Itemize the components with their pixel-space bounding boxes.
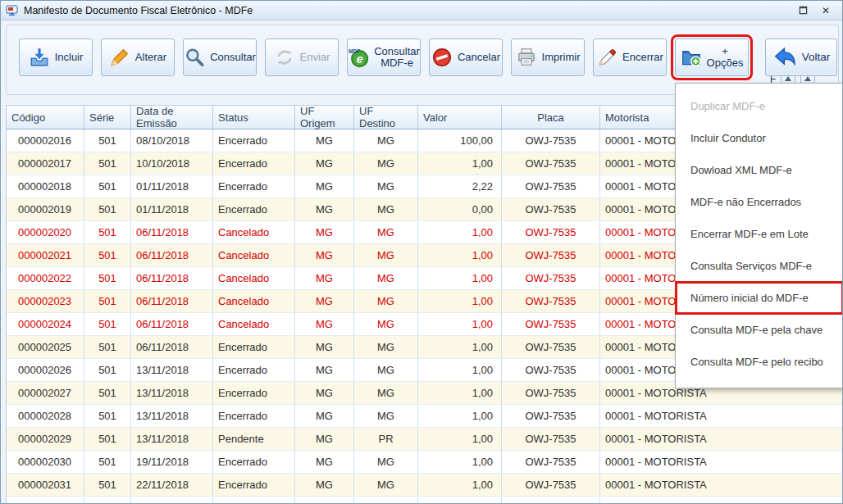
cell-8: OWJ-7535: [502, 244, 600, 266]
column-header-6[interactable]: UF Destino: [354, 106, 418, 129]
options-menu: Duplicar MDF-eIncluir CondutorDowload XM…: [675, 83, 843, 388]
cell-4: Cancelado: [213, 244, 295, 266]
pencil-icon: [109, 47, 130, 68]
incluir-button[interactable]: Incluir: [19, 39, 93, 76]
cell-2: 501: [84, 152, 131, 175]
cell-8: OWJ-7535: [502, 129, 600, 152]
window-title: Manifesto de Documento Fiscal Eletrônico…: [24, 5, 253, 16]
cell-4: Cancelado: [213, 221, 295, 243]
cell-1: 000002029: [7, 428, 84, 450]
menu-item[interactable]: Encerrar MDF-e em Lote: [676, 218, 843, 250]
table-row[interactable]: 00000203050119/11/2018EncerradoMGMG1,00O…: [7, 451, 843, 474]
button-label: Imprimir: [542, 52, 581, 63]
column-header-7[interactable]: Valor: [418, 106, 502, 129]
cell-6: MG: [354, 497, 418, 503]
cell-4: Pendente: [213, 428, 295, 450]
column-header-4[interactable]: Status: [213, 106, 295, 129]
menu-item[interactable]: Consulta MDF-e pelo recibo: [676, 346, 843, 378]
cell-9: 00001 - MOTORISTA: [600, 474, 843, 496]
cell-7: 0,00: [418, 198, 502, 220]
app-window: Manifesto de Documento Fiscal Eletrônico…: [0, 0, 843, 504]
cell-5: MG: [295, 152, 354, 175]
cell-3: 27/11/2018: [131, 497, 213, 503]
cell-3: 13/11/2018: [131, 428, 213, 450]
cell-8: OWJ-7535: [502, 336, 600, 358]
cell-3: 10/10/2018: [131, 152, 213, 175]
menu-item[interactable]: Consulta MDF-e pela chave: [676, 314, 843, 346]
close-icon[interactable]: ✕: [819, 4, 832, 17]
consultar-mdfe-button[interactable]: eMDF Consultar MDF-e: [347, 39, 421, 76]
cell-1: 000002024: [7, 313, 84, 335]
column-header-3[interactable]: Data de Emissão: [131, 106, 213, 129]
cell-8: OWJ-7535: [502, 313, 600, 335]
menu-item[interactable]: Número inicial do MDF-e: [676, 282, 843, 314]
toolbar-buttons: Incluir Alterar Consultar Enviar eMDF Co…: [19, 39, 837, 76]
menu-item[interactable]: Incluir Condutor: [676, 122, 843, 154]
cell-6: MG: [354, 244, 418, 266]
button-label: Consultar MDF-e: [374, 46, 420, 70]
cell-2: 501: [84, 382, 131, 404]
table-row[interactable]: 00000203250127/11/2018AutorizadoMGMG1,00…: [7, 497, 843, 503]
cell-3: 06/11/2018: [131, 244, 213, 266]
cell-5: MG: [295, 290, 354, 312]
cell-5: MG: [295, 428, 354, 450]
opcoes-button[interactable]: + Opções: [675, 39, 749, 76]
cell-7: 1,00: [418, 267, 502, 289]
button-label: + Opções: [707, 46, 744, 70]
cell-4: Encerrado: [213, 382, 295, 404]
cell-6: MG: [354, 382, 418, 404]
menu-item[interactable]: Consulta Serviços MDF-e: [676, 250, 843, 282]
cell-1: 000002023: [7, 290, 84, 312]
cell-8: OWJ-7535: [502, 382, 600, 404]
enviar-button: Enviar: [265, 39, 339, 76]
pen-icon: [596, 47, 617, 68]
cell-8: OWJ-7535: [502, 451, 600, 473]
cancelar-button[interactable]: Cancelar: [429, 39, 503, 76]
cell-1: 000002028: [7, 405, 84, 427]
cell-1: 000002031: [7, 474, 84, 496]
column-header-5[interactable]: UF Origem: [295, 106, 354, 129]
cell-4: Encerrado: [213, 336, 295, 358]
cell-2: 501: [84, 405, 131, 427]
printer-icon: [516, 47, 537, 68]
cell-7: 1,00: [418, 497, 502, 503]
column-header-2[interactable]: Série: [84, 106, 131, 129]
voltar-button[interactable]: Voltar: [765, 39, 837, 76]
cell-3: 06/11/2018: [131, 336, 213, 358]
encerrar-button[interactable]: Encerrar: [593, 39, 667, 76]
button-label: Voltar: [802, 52, 831, 64]
table-row[interactable]: 00000202950113/11/2018PendenteMGPR1,00OW…: [7, 428, 843, 451]
cell-6: MG: [354, 198, 418, 220]
button-label: Alterar: [135, 52, 166, 63]
cell-1: 000002030: [7, 451, 84, 473]
cell-2: 501: [84, 336, 131, 358]
menu-item[interactable]: Dowload XML MDF-e: [676, 154, 843, 186]
folder-plus-icon: [681, 47, 702, 68]
cell-6: MG: [354, 290, 418, 312]
cell-6: MG: [354, 451, 418, 473]
table-row[interactable]: 00000203150122/11/2018EncerradoMGMG1,00O…: [7, 474, 843, 497]
table-row[interactable]: 00000202850113/11/2018EncerradoMGMG1,00O…: [7, 405, 843, 428]
consultar-button[interactable]: Consultar: [183, 39, 257, 76]
cell-5: MG: [295, 313, 354, 335]
menu-item: Duplicar MDF-e: [676, 90, 843, 122]
svg-text:e: e: [357, 52, 363, 66]
cell-2: 501: [84, 221, 131, 243]
cell-5: MG: [295, 451, 354, 473]
cell-4: Encerrado: [213, 175, 295, 198]
imprimir-button[interactable]: Imprimir: [511, 39, 585, 76]
menu-item[interactable]: MDF-e não Encerrados: [676, 186, 843, 218]
cell-5: MG: [295, 244, 354, 266]
cell-6: MG: [354, 152, 418, 175]
alterar-button[interactable]: Alterar: [101, 39, 175, 76]
cell-5: MG: [295, 129, 354, 152]
cell-5: MG: [295, 221, 354, 243]
cell-2: 501: [84, 359, 131, 381]
cell-9: 00001 - MOTORISTA: [600, 428, 843, 450]
column-header-1[interactable]: Código: [7, 106, 84, 129]
arrow-up-icon: [785, 76, 791, 81]
cell-3: 13/11/2018: [131, 405, 213, 427]
maximize-icon[interactable]: [796, 4, 809, 17]
column-header-8[interactable]: Placa: [502, 106, 600, 129]
cell-2: 501: [84, 244, 131, 266]
